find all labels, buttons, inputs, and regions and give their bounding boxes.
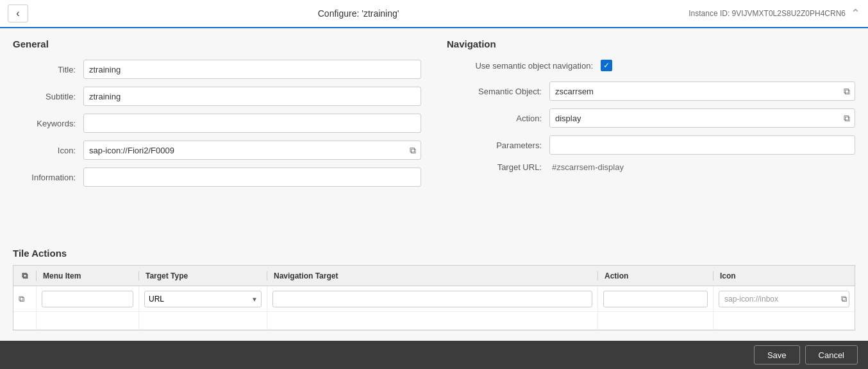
title-row: Title: — [13, 60, 421, 79]
target-url-label: Target URL: — [447, 162, 549, 172]
subtitle-row: Subtitle: — [13, 87, 421, 106]
row1-action-input[interactable] — [603, 291, 708, 307]
keywords-row: Keywords: — [13, 114, 421, 133]
action-row: Action: — [447, 108, 855, 128]
subtitle-input[interactable] — [83, 87, 421, 106]
information-row: Information: — [13, 167, 421, 187]
copy-icon-3 — [844, 113, 850, 123]
navigation-section-title: Navigation — [447, 39, 855, 49]
main-layout: General Title: Subtitle: Keywords: — [0, 28, 868, 248]
col-header-menu-item: Menu Item — [37, 271, 139, 280]
action-label: Action: — [447, 114, 549, 123]
col-header-copy: ⧉ — [13, 271, 37, 281]
title-label: Title: — [13, 65, 83, 74]
semantic-object-input[interactable] — [549, 82, 855, 101]
row1-target-type-select[interactable]: URL Intent No Action — [144, 291, 262, 307]
row2-copy-cell — [13, 312, 37, 329]
semantic-nav-row: Use semantic object navigation: ✓ — [447, 60, 855, 71]
row1-icon-input[interactable] — [719, 291, 849, 307]
row2-nav-target-cell — [267, 312, 598, 329]
resize-icon[interactable]: ⌃ — [851, 6, 860, 21]
parameters-row: Parameters: — [447, 135, 855, 155]
table-row — [13, 312, 855, 330]
action-copy-button[interactable] — [841, 112, 853, 125]
tile-actions-section: Tile Actions ⧉ Menu Item Target Type Nav… — [0, 248, 868, 341]
row1-icon-cell: ⧉ — [714, 286, 855, 311]
semantic-nav-checkbox[interactable]: ✓ — [601, 60, 612, 71]
row1-copy-cell: ⧉ — [13, 286, 37, 311]
navigation-section: Navigation Use semantic object navigatio… — [421, 39, 855, 237]
action-input[interactable] — [549, 108, 855, 128]
row1-nav-target-input[interactable] — [272, 291, 592, 307]
general-section-title: General — [13, 39, 421, 49]
copy-header-icon: ⧉ — [22, 271, 28, 280]
row1-target-type-select-wrap: URL Intent No Action ▼ — [144, 291, 262, 307]
subtitle-label: Subtitle: — [13, 92, 83, 101]
semantic-object-label: Semantic Object: — [447, 87, 549, 96]
row2-action-cell — [598, 312, 714, 329]
keywords-input[interactable] — [83, 114, 421, 133]
semantic-object-input-wrap — [549, 82, 855, 101]
row1-menu-cell — [37, 286, 139, 311]
general-section: General Title: Subtitle: Keywords: — [13, 39, 421, 237]
row2-target-type-cell — [139, 312, 267, 329]
keywords-label: Keywords: — [13, 119, 83, 128]
icon-row: Icon: — [13, 141, 421, 160]
instance-id: Instance ID: 9VIJVMXT0L2S8U2Z0PH4CRN6 — [689, 9, 846, 18]
icon-input-wrap — [83, 141, 421, 160]
cancel-button[interactable]: Cancel — [805, 345, 858, 365]
information-input[interactable] — [83, 167, 421, 187]
row1-nav-target-cell — [267, 286, 598, 311]
tile-actions-table: ⧉ Menu Item Target Type Navigation Targe… — [13, 265, 855, 330]
information-label: Information: — [13, 173, 83, 182]
tile-actions-title: Tile Actions — [13, 248, 855, 259]
information-input-wrap — [83, 167, 421, 187]
parameters-label: Parameters: — [447, 141, 549, 150]
semantic-object-copy-button[interactable] — [841, 85, 853, 98]
copy-icon — [410, 145, 416, 155]
icon-copy-button[interactable] — [407, 144, 419, 157]
row1-target-type-cell: URL Intent No Action ▼ — [139, 286, 267, 311]
target-url-row: Target URL: #zscarrsem-display — [447, 162, 855, 172]
table-header: ⧉ Menu Item Target Type Navigation Targe… — [13, 266, 855, 286]
col-header-target-type: Target Type — [139, 271, 267, 280]
parameters-input-wrap — [549, 135, 855, 155]
col-header-navigation-target: Navigation Target — [267, 271, 598, 280]
copy-icon-2 — [844, 86, 850, 96]
footer: Save Cancel — [0, 341, 868, 369]
row2-menu-cell — [37, 312, 139, 329]
col-header-action: Action — [598, 271, 714, 280]
subtitle-input-wrap — [83, 87, 421, 106]
row1-copy-button[interactable]: ⧉ — [19, 294, 24, 304]
save-button[interactable]: Save — [754, 345, 800, 365]
parameters-input[interactable] — [549, 135, 855, 155]
main-content: General Title: Subtitle: Keywords: — [0, 28, 868, 248]
semantic-object-row: Semantic Object: — [447, 82, 855, 101]
target-url-value: #zscarrsem-display — [549, 162, 624, 172]
row2-icon-cell — [714, 312, 855, 329]
semantic-nav-label: Use semantic object navigation: — [447, 61, 601, 71]
table-row: ⧉ URL Intent No Action ▼ — [13, 286, 855, 312]
top-bar: ‹ Configure: 'ztraining' Instance ID: 9V… — [0, 0, 868, 28]
icon-input[interactable] — [83, 141, 421, 160]
action-input-wrap — [549, 108, 855, 128]
title-input-wrap — [83, 60, 421, 79]
title-input[interactable] — [83, 60, 421, 79]
back-button[interactable]: ‹ — [8, 4, 28, 22]
col-header-icon: Icon — [714, 271, 855, 280]
keywords-input-wrap — [83, 114, 421, 133]
icon-label: Icon: — [13, 146, 83, 155]
row1-menu-input[interactable] — [42, 291, 133, 307]
row1-action-cell — [598, 286, 714, 311]
row1-icon-copy-button[interactable]: ⧉ — [841, 294, 847, 304]
page-title: Configure: 'ztraining' — [28, 8, 689, 19]
